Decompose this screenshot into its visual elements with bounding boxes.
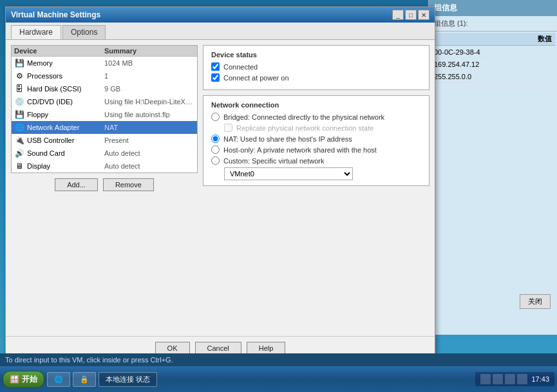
bridged-label: Bridged: Connected directly to the physi… — [223, 113, 384, 121]
device-status-group: Device status Connected Connect at power… — [203, 45, 430, 90]
bridged-radio[interactable] — [211, 113, 220, 121]
dialog-window-controls: _ □ ✕ — [392, 10, 430, 20]
replicate-label: Replicate physical network connection st… — [236, 124, 373, 132]
value-column-header: 数值 — [430, 33, 556, 46]
device-summary: NAT — [104, 124, 194, 131]
right-info-panel: 组信息 组信息 (1): 数值 00-0C-29-38-4169.254.47.… — [428, 0, 557, 335]
device-item[interactable]: 🖥 Display Auto detect — [12, 160, 197, 173]
virtual-machine-settings-dialog: Virtual Machine Settings _ □ ✕ Hardware … — [5, 6, 435, 360]
host-only-radio[interactable] — [211, 145, 220, 154]
device-icon-memory: 💾 — [14, 58, 24, 68]
custom-label: Custom: Specific virtual network — [223, 157, 325, 165]
dialog-content: Device Summary 💾 Memory 1024 MB ⚙ Proces… — [6, 40, 435, 336]
right-panel-close-button[interactable]: 关闭 — [520, 294, 551, 309]
right-panel-table: 数值 00-0C-29-38-4169.254.47.12255.255.0.0 — [429, 32, 557, 84]
device-icon-usb-controller: 🔌 — [14, 135, 24, 145]
custom-radio[interactable] — [211, 156, 220, 165]
device-icon-hard-disk-(scsi): 🗄 — [14, 84, 24, 94]
device-item[interactable]: 💾 Floppy Using file autoinst.flp — [12, 108, 197, 121]
device-item[interactable]: 💾 Memory 1024 MB — [12, 57, 197, 70]
status-bar-text: To direct input to this VM, click inside… — [5, 356, 173, 364]
device-summary: Auto detect — [104, 162, 194, 170]
connected-label: Connected — [223, 63, 258, 71]
tab-hardware[interactable]: Hardware — [11, 25, 61, 39]
start-icon: 🪟 — [10, 375, 19, 384]
device-list-panel: Device Summary 💾 Memory 1024 MB ⚙ Proces… — [11, 45, 198, 173]
taskbar-item-browser1[interactable]: 🌐 — [47, 372, 70, 387]
device-summary: 1024 MB — [104, 59, 194, 67]
status-bar: To direct input to this VM, click inside… — [0, 353, 557, 366]
device-list: 💾 Memory 1024 MB ⚙ Processors 1 🗄 Hard D… — [12, 57, 197, 173]
summary-col-header: Summary — [104, 47, 194, 55]
connected-checkbox[interactable] — [211, 62, 220, 71]
host-only-row: Host-only: A private network shared with… — [211, 145, 421, 154]
replicate-row: Replicate physical network connection st… — [224, 124, 421, 132]
device-summary: Using file autoinst.flp — [104, 111, 194, 118]
replicate-checkbox — [224, 124, 232, 132]
start-button[interactable]: 🪟 开始 — [3, 371, 44, 388]
device-summary: Present — [104, 136, 194, 144]
right-panel-cell: 169.254.47.12 — [430, 59, 556, 70]
network-item-label: 本地连接 状态 — [106, 375, 150, 384]
device-name: Processors — [27, 72, 104, 80]
help-button[interactable]: Help — [247, 342, 286, 355]
device-icon-processors: ⚙ — [14, 71, 24, 81]
device-summary: 1 — [104, 72, 194, 80]
device-item[interactable]: 🌐 Network Adapter NAT — [12, 121, 197, 134]
connect-power-row: Connect at power on — [211, 73, 421, 82]
device-item[interactable]: ⚙ Processors 1 — [12, 70, 197, 82]
tab-options[interactable]: Options — [62, 25, 106, 39]
device-name: Display — [27, 162, 104, 170]
device-icon-network-adapter: 🌐 — [14, 122, 24, 133]
network-connection-group: Network connection Bridged: Connected di… — [203, 95, 430, 186]
ok-button[interactable]: OK — [155, 342, 190, 355]
right-panel-row: 169.254.47.12 — [430, 59, 556, 70]
taskbar-time: 17:43 — [531, 375, 549, 383]
connect-power-label: Connect at power on — [223, 74, 289, 82]
vmnet-select-row: VMnet0 — [224, 167, 421, 180]
device-item[interactable]: 🗄 Hard Disk (SCSI) 9 GB — [12, 82, 197, 95]
device-icon-display: 🖥 — [14, 161, 24, 171]
close-button[interactable]: ✕ — [418, 10, 430, 20]
right-panel-row: 255.255.0.0 — [430, 71, 556, 82]
device-list-header: Device Summary — [12, 46, 197, 57]
device-item[interactable]: 💿 CD/DVD (IDE) Using file H:\Deepin-Lite… — [12, 95, 197, 108]
device-name: Hard Disk (SCSI) — [27, 85, 104, 93]
device-name: Memory — [27, 59, 104, 67]
remove-button[interactable]: Remove — [103, 178, 154, 191]
right-panel-subtitle: 组信息 (1): — [429, 16, 557, 32]
device-icon-sound-card: 🔊 — [14, 148, 24, 158]
tray-icons — [480, 374, 527, 384]
restore-button[interactable]: □ — [405, 10, 417, 20]
tray-icon-3 — [505, 374, 515, 384]
dialog-title: Virtual Machine Settings — [11, 10, 100, 19]
device-name: Sound Card — [27, 149, 104, 157]
device-name: CD/DVD (IDE) — [27, 98, 104, 106]
nat-row: NAT: Used to share the host's IP address — [211, 135, 421, 143]
device-summary: 9 GB — [104, 85, 194, 93]
device-name: Network Adapter — [27, 124, 104, 131]
device-name: USB Controller — [27, 136, 104, 144]
left-panel-buttons: Add... Remove — [11, 173, 198, 196]
bridged-row: Bridged: Connected directly to the physi… — [211, 113, 421, 121]
taskbar-item-network[interactable]: 本地连接 状态 — [99, 372, 157, 387]
taskbar-item-browser2[interactable]: 🔒 — [73, 372, 96, 387]
device-icon-floppy: 💾 — [14, 109, 24, 120]
right-panel-cell: 00-0C-29-38-4 — [430, 47, 556, 58]
start-label: 开始 — [22, 374, 37, 385]
cancel-button[interactable]: Cancel — [195, 342, 241, 355]
nat-radio[interactable] — [211, 135, 220, 143]
minimize-button[interactable]: _ — [392, 10, 404, 20]
device-item[interactable]: 🔌 USB Controller Present — [12, 134, 197, 147]
vmnet-dropdown[interactable]: VMnet0 — [224, 167, 353, 180]
device-item[interactable]: 🔊 Sound Card Auto detect — [12, 147, 197, 160]
connect-power-checkbox[interactable] — [211, 73, 220, 82]
device-name: Floppy — [27, 111, 104, 118]
taskbar: 🪟 开始 🌐 🔒 本地连接 状态 17:43 — [0, 366, 557, 392]
add-button[interactable]: Add... — [55, 178, 98, 191]
network-connection-title: Network connection — [211, 101, 421, 109]
left-panel-wrapper: Device Summary 💾 Memory 1024 MB ⚙ Proces… — [11, 45, 198, 331]
dialog-titlebar: Virtual Machine Settings _ □ ✕ — [6, 7, 435, 23]
taskbar-right: 17:43 — [475, 372, 554, 386]
device-status-title: Device status — [211, 51, 421, 59]
